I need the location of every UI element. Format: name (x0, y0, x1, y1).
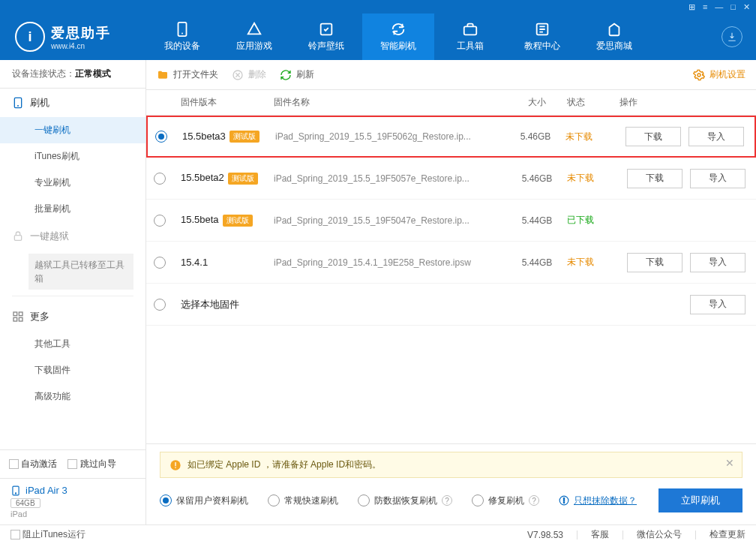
firmware-row[interactable]: 15.5beta测试版iPad_Spring_2019_15.5_19F5047… (146, 200, 756, 242)
sidebar-group-jailbreak: 一键越狱 (0, 222, 146, 251)
window-titlebar: ⊞ ≡ — □ ✕ (0, 0, 756, 14)
firmware-row[interactable]: 15.5beta2测试版iPad_Spring_2019_15.5_19F505… (146, 158, 756, 200)
opt-repair[interactable]: 修复刷机? (472, 494, 539, 507)
logo-title: 爱思助手 (51, 24, 111, 42)
device-info[interactable]: iPad Air 3 64GB iPad (0, 478, 146, 524)
top-tab-1[interactable]: 应用游戏 (218, 14, 290, 60)
svg-rect-8 (14, 312, 17, 316)
top-tab-5[interactable]: 教程中心 (506, 14, 578, 60)
device-capacity: 64GB (10, 498, 40, 508)
firmware-row[interactable]: 15.5beta3测试版iPad_Spring_2019_15.5_19F506… (146, 116, 756, 158)
refresh-button[interactable]: 刷新 (280, 68, 314, 81)
top-tab-2[interactable]: 铃声壁纸 (290, 14, 362, 60)
help-icon[interactable]: ? (529, 495, 539, 506)
svg-rect-21 (563, 502, 564, 503)
jailbreak-notice: 越狱工具已转移至工具箱 (28, 254, 134, 290)
app-version: V7.98.53 (527, 530, 563, 540)
titlebar-btn-menu[interactable]: ≡ (703, 2, 707, 11)
sidebar-group-flash[interactable]: 刷机 (0, 89, 146, 117)
top-tab-4[interactable]: 工具箱 (434, 14, 506, 60)
svg-rect-18 (175, 467, 176, 467)
sidebar-item[interactable]: iTunes刷机 (0, 143, 146, 170)
device-name: iPad Air 3 (26, 485, 68, 496)
skip-guide-checkbox[interactable]: 跳过向导 (68, 458, 116, 470)
status-bar: 阻止iTunes运行 V7.98.53 客服 微信公众号 检查更新 (0, 524, 756, 544)
row-radio[interactable] (155, 131, 167, 143)
svg-point-15 (698, 74, 700, 77)
flash-now-button[interactable]: 立即刷机 (658, 488, 742, 512)
svg-point-6 (17, 105, 19, 107)
row-radio[interactable] (154, 299, 166, 311)
import-button[interactable]: 导入 (688, 127, 744, 146)
logo: i 爱思助手 www.i4.cn (0, 22, 146, 52)
footer-link-update[interactable]: 检查更新 (710, 528, 746, 541)
row-radio[interactable] (154, 173, 166, 185)
svg-point-1 (182, 33, 183, 35)
sidebar-item[interactable]: 其他工具 (0, 331, 146, 357)
sidebar-item[interactable]: 高级功能 (0, 383, 146, 410)
download-button[interactable]: 下载 (627, 253, 682, 272)
import-button[interactable]: 导入 (690, 169, 746, 188)
apple-id-alert: 如已绑定 Apple ID ，请准备好 Apple ID和密码。 ✕ (160, 452, 742, 478)
sidebar-group-more[interactable]: 更多 (0, 302, 146, 331)
device-type: iPad (10, 509, 135, 518)
auto-activate-checkbox[interactable]: 自动激活 (9, 458, 57, 470)
svg-rect-11 (19, 317, 22, 321)
opt-antidata[interactable]: 防数据恢复刷机? (358, 494, 452, 507)
download-button[interactable]: 下载 (626, 127, 681, 146)
sidebar-item[interactable]: 批量刷机 (0, 196, 146, 222)
opt-normal[interactable]: 常规快速刷机 (268, 494, 338, 507)
delete-button[interactable]: 删除 (232, 68, 266, 81)
sidebar-item[interactable]: 一键刷机 (0, 117, 146, 143)
sidebar-options: 自动激活 跳过向导 (0, 449, 146, 478)
svg-rect-10 (14, 317, 17, 321)
sidebar: 设备连接状态：正常模式 刷机 一键刷机iTunes刷机专业刷机批量刷机 一键越狱… (0, 60, 146, 524)
download-button[interactable]: 下载 (627, 169, 682, 188)
logo-icon: i (15, 22, 45, 52)
block-itunes-checkbox[interactable]: 阻止iTunes运行 (10, 528, 86, 541)
top-tab-0[interactable]: 我的设备 (146, 14, 218, 60)
import-button[interactable]: 导入 (690, 295, 746, 314)
footer-link-support[interactable]: 客服 (591, 528, 609, 541)
row-radio[interactable] (154, 215, 166, 227)
alert-close-icon[interactable]: ✕ (725, 457, 734, 469)
top-tab-3[interactable]: 智能刷机 (362, 14, 434, 60)
firmware-row[interactable]: 15.4.1iPad_Spring_2019_15.4.1_19E258_Res… (146, 242, 756, 284)
erase-data-link[interactable]: 只想抹除数据？ (559, 494, 637, 507)
bottom-panel: 如已绑定 Apple ID ，请准备好 Apple ID和密码。 ✕ 保留用户资… (146, 443, 756, 524)
download-indicator-icon[interactable] (722, 26, 742, 47)
svg-rect-9 (19, 312, 22, 316)
svg-rect-17 (175, 462, 176, 466)
toolbar: 打开文件夹 删除 刷新 刷机设置 (146, 60, 756, 90)
svg-point-13 (15, 492, 16, 493)
import-button[interactable]: 导入 (690, 253, 746, 272)
svg-rect-20 (563, 498, 564, 502)
table-header: 固件版本 固件名称 大小 状态 操作 (146, 90, 756, 116)
top-tab-6[interactable]: 爱思商城 (578, 14, 650, 60)
footer-link-wechat[interactable]: 微信公众号 (637, 528, 682, 541)
opt-keepdata[interactable]: 保留用户资料刷机 (160, 494, 248, 507)
titlebar-btn-close[interactable]: ✕ (743, 2, 750, 12)
firmware-row[interactable]: 选择本地固件导入 (146, 284, 756, 326)
svg-rect-3 (464, 26, 477, 35)
sidebar-item[interactable]: 专业刷机 (0, 170, 146, 196)
sidebar-item[interactable]: 下载固件 (0, 357, 146, 383)
help-icon[interactable]: ? (442, 495, 452, 506)
logo-sub: www.i4.cn (51, 42, 111, 50)
titlebar-btn-max[interactable]: □ (730, 2, 736, 11)
titlebar-btn-grid[interactable]: ⊞ (688, 2, 695, 12)
row-radio[interactable] (154, 257, 166, 269)
main-panel: 打开文件夹 删除 刷新 刷机设置 固件版本 固件名称 大小 状态 操作 15.5… (146, 60, 756, 524)
svg-rect-7 (14, 236, 21, 241)
open-folder-button[interactable]: 打开文件夹 (157, 68, 218, 81)
connection-status: 设备连接状态：正常模式 (0, 60, 146, 89)
app-header: i 爱思助手 www.i4.cn 我的设备应用游戏铃声壁纸智能刷机工具箱教程中心… (0, 14, 756, 60)
settings-button[interactable]: 刷机设置 (693, 68, 746, 81)
titlebar-btn-min[interactable]: — (715, 2, 723, 11)
